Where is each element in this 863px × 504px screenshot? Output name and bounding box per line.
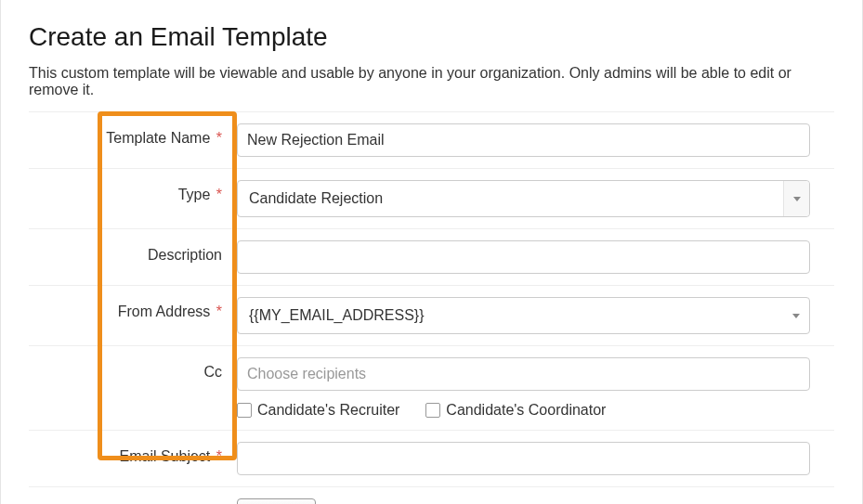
page-subtitle: This custom template will be viewable an… — [29, 65, 834, 98]
label-email-subject: Email Subject — [119, 448, 210, 464]
chevron-down-icon — [783, 298, 809, 333]
label-description: Description — [148, 247, 222, 263]
type-select-value: Candidate Rejection — [249, 190, 383, 207]
label-type: Type — [178, 187, 211, 202]
cc-coordinator-checkbox[interactable]: Candidate's Coordinator — [425, 402, 606, 419]
label-template-name: Template Name — [106, 130, 210, 146]
cc-input[interactable] — [237, 357, 810, 391]
row-cc: Cc Candidate's Recruiter Candidate's Coo… — [29, 345, 834, 430]
row-email-subject: Email Subject * — [29, 430, 834, 486]
required-marker: * — [216, 448, 222, 464]
label-cc: Cc — [203, 364, 222, 380]
row-template-name: Template Name * — [29, 111, 834, 168]
checkbox-icon — [237, 403, 252, 418]
cc-recruiter-label: Candidate's Recruiter — [257, 402, 399, 419]
browse-button[interactable]: Browse... — [237, 498, 316, 504]
row-from-address: From Address * {{MY_EMAIL_ADDRESS}} — [29, 285, 834, 345]
label-from-address: From Address — [118, 304, 211, 319]
from-address-value: {{MY_EMAIL_ADDRESS}} — [249, 307, 425, 324]
cc-coordinator-label: Candidate's Coordinator — [446, 402, 606, 419]
type-select[interactable]: Candidate Rejection — [237, 180, 810, 217]
form: Template Name * Type * Candidate Rejecti… — [29, 111, 834, 504]
row-type: Type * Candidate Rejection — [29, 168, 834, 228]
required-marker: * — [216, 187, 222, 202]
chevron-down-icon — [783, 181, 809, 216]
required-marker: * — [216, 304, 222, 319]
cc-recruiter-checkbox[interactable]: Candidate's Recruiter — [237, 402, 399, 419]
description-input[interactable] — [237, 240, 810, 274]
email-subject-input[interactable] — [237, 442, 810, 475]
checkbox-icon — [425, 403, 440, 418]
template-name-input[interactable] — [237, 123, 810, 157]
required-marker: * — [216, 130, 222, 146]
row-description: Description — [29, 228, 834, 285]
from-address-select[interactable]: {{MY_EMAIL_ADDRESS}} — [237, 297, 810, 334]
page-title: Create an Email Template — [29, 22, 834, 52]
row-attachments: Attachments Browse... No files selected. — [29, 486, 834, 504]
